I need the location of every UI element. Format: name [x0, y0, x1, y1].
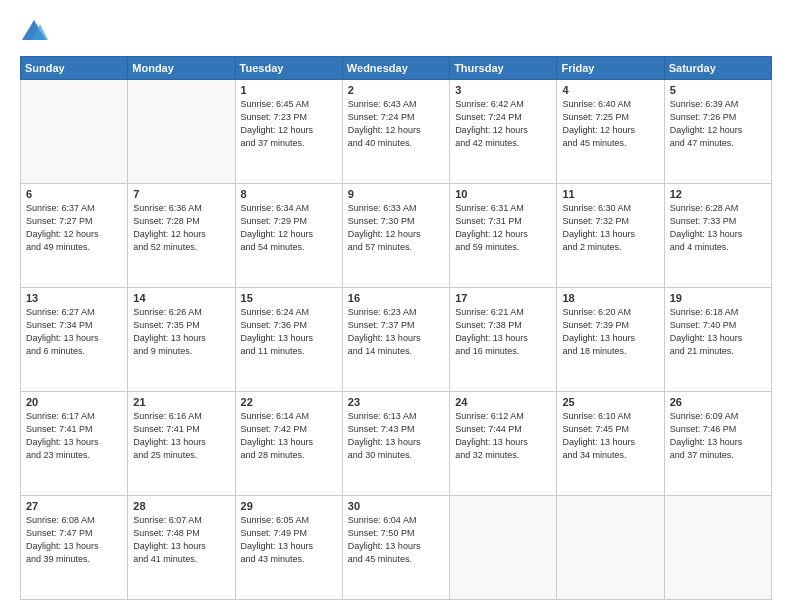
- day-number: 3: [455, 84, 551, 96]
- calendar-header-row: SundayMondayTuesdayWednesdayThursdayFrid…: [21, 57, 772, 80]
- day-info: Sunrise: 6:20 AM Sunset: 7:39 PM Dayligh…: [562, 306, 658, 358]
- day-number: 25: [562, 396, 658, 408]
- logo: [20, 18, 52, 46]
- day-number: 30: [348, 500, 444, 512]
- day-info: Sunrise: 6:14 AM Sunset: 7:42 PM Dayligh…: [241, 410, 337, 462]
- calendar-cell: 8Sunrise: 6:34 AM Sunset: 7:29 PM Daylig…: [235, 184, 342, 288]
- day-info: Sunrise: 6:13 AM Sunset: 7:43 PM Dayligh…: [348, 410, 444, 462]
- calendar-cell: [557, 496, 664, 600]
- day-info: Sunrise: 6:17 AM Sunset: 7:41 PM Dayligh…: [26, 410, 122, 462]
- calendar-week-4: 20Sunrise: 6:17 AM Sunset: 7:41 PM Dayli…: [21, 392, 772, 496]
- calendar-cell: [664, 496, 771, 600]
- day-info: Sunrise: 6:30 AM Sunset: 7:32 PM Dayligh…: [562, 202, 658, 254]
- calendar-cell: 30Sunrise: 6:04 AM Sunset: 7:50 PM Dayli…: [342, 496, 449, 600]
- day-number: 9: [348, 188, 444, 200]
- calendar-cell: [450, 496, 557, 600]
- day-info: Sunrise: 6:16 AM Sunset: 7:41 PM Dayligh…: [133, 410, 229, 462]
- calendar-cell: 7Sunrise: 6:36 AM Sunset: 7:28 PM Daylig…: [128, 184, 235, 288]
- calendar-cell: 4Sunrise: 6:40 AM Sunset: 7:25 PM Daylig…: [557, 80, 664, 184]
- logo-icon: [20, 18, 48, 46]
- calendar-cell: 3Sunrise: 6:42 AM Sunset: 7:24 PM Daylig…: [450, 80, 557, 184]
- day-number: 7: [133, 188, 229, 200]
- day-number: 18: [562, 292, 658, 304]
- calendar-header-saturday: Saturday: [664, 57, 771, 80]
- day-info: Sunrise: 6:08 AM Sunset: 7:47 PM Dayligh…: [26, 514, 122, 566]
- day-number: 10: [455, 188, 551, 200]
- calendar-cell: 14Sunrise: 6:26 AM Sunset: 7:35 PM Dayli…: [128, 288, 235, 392]
- day-info: Sunrise: 6:21 AM Sunset: 7:38 PM Dayligh…: [455, 306, 551, 358]
- day-info: Sunrise: 6:37 AM Sunset: 7:27 PM Dayligh…: [26, 202, 122, 254]
- day-number: 22: [241, 396, 337, 408]
- day-number: 6: [26, 188, 122, 200]
- calendar-header-wednesday: Wednesday: [342, 57, 449, 80]
- calendar-cell: 24Sunrise: 6:12 AM Sunset: 7:44 PM Dayli…: [450, 392, 557, 496]
- day-number: 27: [26, 500, 122, 512]
- day-number: 28: [133, 500, 229, 512]
- day-info: Sunrise: 6:28 AM Sunset: 7:33 PM Dayligh…: [670, 202, 766, 254]
- calendar-cell: 1Sunrise: 6:45 AM Sunset: 7:23 PM Daylig…: [235, 80, 342, 184]
- calendar-week-1: 1Sunrise: 6:45 AM Sunset: 7:23 PM Daylig…: [21, 80, 772, 184]
- day-number: 1: [241, 84, 337, 96]
- calendar-cell: 12Sunrise: 6:28 AM Sunset: 7:33 PM Dayli…: [664, 184, 771, 288]
- day-number: 4: [562, 84, 658, 96]
- day-number: 29: [241, 500, 337, 512]
- calendar-cell: 16Sunrise: 6:23 AM Sunset: 7:37 PM Dayli…: [342, 288, 449, 392]
- day-info: Sunrise: 6:26 AM Sunset: 7:35 PM Dayligh…: [133, 306, 229, 358]
- day-number: 12: [670, 188, 766, 200]
- day-info: Sunrise: 6:05 AM Sunset: 7:49 PM Dayligh…: [241, 514, 337, 566]
- day-info: Sunrise: 6:45 AM Sunset: 7:23 PM Dayligh…: [241, 98, 337, 150]
- calendar-cell: 18Sunrise: 6:20 AM Sunset: 7:39 PM Dayli…: [557, 288, 664, 392]
- day-info: Sunrise: 6:34 AM Sunset: 7:29 PM Dayligh…: [241, 202, 337, 254]
- day-info: Sunrise: 6:42 AM Sunset: 7:24 PM Dayligh…: [455, 98, 551, 150]
- calendar-cell: 27Sunrise: 6:08 AM Sunset: 7:47 PM Dayli…: [21, 496, 128, 600]
- day-info: Sunrise: 6:12 AM Sunset: 7:44 PM Dayligh…: [455, 410, 551, 462]
- day-number: 23: [348, 396, 444, 408]
- calendar-cell: 20Sunrise: 6:17 AM Sunset: 7:41 PM Dayli…: [21, 392, 128, 496]
- calendar-header-sunday: Sunday: [21, 57, 128, 80]
- day-number: 2: [348, 84, 444, 96]
- day-info: Sunrise: 6:36 AM Sunset: 7:28 PM Dayligh…: [133, 202, 229, 254]
- calendar-cell: 21Sunrise: 6:16 AM Sunset: 7:41 PM Dayli…: [128, 392, 235, 496]
- calendar-cell: 6Sunrise: 6:37 AM Sunset: 7:27 PM Daylig…: [21, 184, 128, 288]
- calendar-cell: 11Sunrise: 6:30 AM Sunset: 7:32 PM Dayli…: [557, 184, 664, 288]
- day-number: 13: [26, 292, 122, 304]
- day-number: 15: [241, 292, 337, 304]
- calendar-header-tuesday: Tuesday: [235, 57, 342, 80]
- calendar-cell: 19Sunrise: 6:18 AM Sunset: 7:40 PM Dayli…: [664, 288, 771, 392]
- day-info: Sunrise: 6:39 AM Sunset: 7:26 PM Dayligh…: [670, 98, 766, 150]
- page: SundayMondayTuesdayWednesdayThursdayFrid…: [0, 0, 792, 612]
- calendar-cell: 23Sunrise: 6:13 AM Sunset: 7:43 PM Dayli…: [342, 392, 449, 496]
- day-number: 5: [670, 84, 766, 96]
- day-info: Sunrise: 6:18 AM Sunset: 7:40 PM Dayligh…: [670, 306, 766, 358]
- calendar-header-monday: Monday: [128, 57, 235, 80]
- calendar-cell: 9Sunrise: 6:33 AM Sunset: 7:30 PM Daylig…: [342, 184, 449, 288]
- day-info: Sunrise: 6:04 AM Sunset: 7:50 PM Dayligh…: [348, 514, 444, 566]
- calendar-cell: [21, 80, 128, 184]
- day-info: Sunrise: 6:40 AM Sunset: 7:25 PM Dayligh…: [562, 98, 658, 150]
- day-number: 11: [562, 188, 658, 200]
- day-info: Sunrise: 6:33 AM Sunset: 7:30 PM Dayligh…: [348, 202, 444, 254]
- day-info: Sunrise: 6:23 AM Sunset: 7:37 PM Dayligh…: [348, 306, 444, 358]
- calendar-week-2: 6Sunrise: 6:37 AM Sunset: 7:27 PM Daylig…: [21, 184, 772, 288]
- day-info: Sunrise: 6:09 AM Sunset: 7:46 PM Dayligh…: [670, 410, 766, 462]
- calendar-cell: 29Sunrise: 6:05 AM Sunset: 7:49 PM Dayli…: [235, 496, 342, 600]
- day-info: Sunrise: 6:43 AM Sunset: 7:24 PM Dayligh…: [348, 98, 444, 150]
- day-info: Sunrise: 6:07 AM Sunset: 7:48 PM Dayligh…: [133, 514, 229, 566]
- day-info: Sunrise: 6:27 AM Sunset: 7:34 PM Dayligh…: [26, 306, 122, 358]
- calendar-header-thursday: Thursday: [450, 57, 557, 80]
- calendar-cell: 10Sunrise: 6:31 AM Sunset: 7:31 PM Dayli…: [450, 184, 557, 288]
- calendar-cell: 25Sunrise: 6:10 AM Sunset: 7:45 PM Dayli…: [557, 392, 664, 496]
- calendar-cell: 28Sunrise: 6:07 AM Sunset: 7:48 PM Dayli…: [128, 496, 235, 600]
- day-number: 14: [133, 292, 229, 304]
- day-number: 16: [348, 292, 444, 304]
- calendar-cell: 13Sunrise: 6:27 AM Sunset: 7:34 PM Dayli…: [21, 288, 128, 392]
- day-number: 21: [133, 396, 229, 408]
- calendar-cell: 26Sunrise: 6:09 AM Sunset: 7:46 PM Dayli…: [664, 392, 771, 496]
- day-number: 20: [26, 396, 122, 408]
- calendar-header-friday: Friday: [557, 57, 664, 80]
- calendar-cell: 5Sunrise: 6:39 AM Sunset: 7:26 PM Daylig…: [664, 80, 771, 184]
- day-number: 24: [455, 396, 551, 408]
- day-info: Sunrise: 6:31 AM Sunset: 7:31 PM Dayligh…: [455, 202, 551, 254]
- calendar-cell: 2Sunrise: 6:43 AM Sunset: 7:24 PM Daylig…: [342, 80, 449, 184]
- calendar-cell: 22Sunrise: 6:14 AM Sunset: 7:42 PM Dayli…: [235, 392, 342, 496]
